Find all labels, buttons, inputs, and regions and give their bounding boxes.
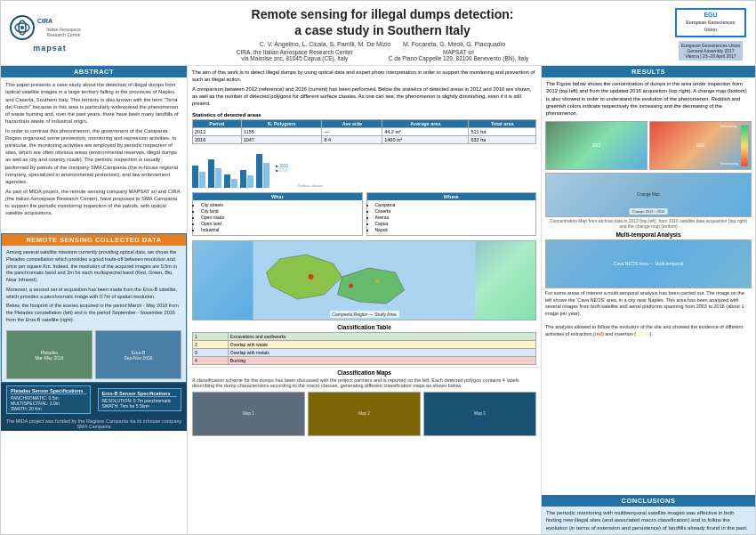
table-row: 2 Overlap with waste	[193, 340, 536, 348]
multi-temporal-image: Cava NEOS Area — Multi-temporal	[545, 239, 752, 288]
chart-legend: ■ 2012 ■ 2016	[276, 164, 288, 173]
conference-badge: European Geosciences UnionGeneral Assemb…	[679, 41, 743, 61]
authors-right: M. Focareta, G. Meoli, G. Piacquadio	[403, 41, 505, 47]
pleiades-specs: Pleiades Sensor Specifications PANCHROMA…	[6, 385, 91, 414]
col-aveside: Ave side	[322, 119, 382, 127]
class-table-title: Classification Table	[192, 324, 536, 330]
pleiades-label: PleiadesMar-May 2016	[35, 350, 63, 361]
classification-table: 1 Excavations and earthworks 2 Overlap w…	[192, 332, 536, 365]
col-totalarea: Total area	[469, 119, 536, 127]
aim-text1: The aim of this work is to detect illega…	[192, 69, 536, 83]
bar-group-1	[192, 166, 205, 188]
results-header: RESULTS	[542, 66, 755, 77]
chart-axis-label: Surface classes	[298, 183, 323, 188]
change-map-label: Change 2012→2016	[630, 208, 668, 215]
svg-point-7	[349, 283, 353, 288]
left-column: ABSTRACT This paper presents a case stud…	[1, 66, 188, 534]
conc-map-caption: Concentration Map from archive data in 2…	[545, 218, 752, 229]
erosb-specs: Eros-B Sensor Specifications RESOLUTION:…	[98, 388, 182, 411]
aim-text2: A comparison between 2012 (reference) an…	[192, 85, 536, 107]
erosb-label: Eros-BSep-Nov 2016	[125, 350, 153, 361]
rs-text3: Below, the footprint of the scenes acqui…	[6, 303, 181, 323]
scale-labels: Increasing Decreasing	[720, 125, 738, 166]
bar-chart: ■ 2012 ■ 2016 Surface classes	[188, 147, 541, 190]
cira-circle-icon	[10, 15, 35, 40]
cira-logo: CIRA Italian Aerospace Research Centre	[10, 15, 90, 40]
what-header: What	[193, 193, 362, 200]
erosb-specs-title: Eros-B Sensor Specifications	[102, 391, 178, 397]
region-map: Campania Region — Study Area	[192, 240, 536, 320]
class-map-1: Map 1	[192, 392, 305, 436]
abstract-header: ABSTRACT	[1, 66, 187, 77]
abstract-body: This paper presents a case study about t…	[1, 77, 187, 233]
class-maps-title: Classification Maps	[188, 368, 541, 377]
col-polygons: N. Polygons	[241, 119, 322, 127]
class-maps-desc: A classification scheme for the dumps ha…	[188, 377, 541, 390]
pleiades-image: PleiadesMar-May 2016	[6, 330, 92, 379]
svg-point-8	[376, 280, 380, 283]
table-row: 4 Burning	[193, 356, 536, 364]
remote-sensing-section: REMOTE SENSING COLLECTED DATA Among seve…	[1, 233, 187, 383]
map-label: Campania Region — Study Area	[329, 311, 398, 318]
rs-text1: Among several satellite missions current…	[6, 249, 181, 283]
cira-subtext: Italian Aerospace Research Centre	[37, 27, 90, 37]
svg-point-6	[309, 274, 314, 280]
right-column: RESULTS The Figure below shows the conce…	[542, 66, 755, 534]
mapsat-logo-text: mapsat	[33, 44, 67, 53]
middle-column: The aim of this work is to detect illega…	[188, 66, 542, 534]
table-row: 2012 1155 — 44.2 m² 511 ha	[193, 127, 536, 135]
remote-sensing-body: Among several satellite missions current…	[2, 246, 186, 328]
bar	[208, 159, 214, 188]
affil-left: CIRA, the Italian Aerospace Research Cen…	[237, 49, 353, 61]
conclusions-body: The periodic monitoring with multitempor…	[542, 507, 755, 534]
poster-title-block: Remote sensing for illegal dumps detecti…	[90, 6, 675, 61]
title-line1: Remote sensing for illegal dumps detecti…	[252, 7, 514, 21]
conc-map-2012: 2012	[545, 121, 647, 170]
funding-text: The MIDA project was funded by the Regio…	[1, 417, 187, 431]
table-row: 3 Overlap with metals	[193, 348, 536, 356]
multi-temporal-section: Multi-temporal Analysis Cava NEOS Area —…	[542, 230, 755, 340]
bar	[224, 174, 230, 188]
bar	[199, 172, 205, 188]
pleiades-spec-swath: SWATH: 20 Km	[11, 406, 86, 411]
class-table-section: Classification Table 1 Excavations and e…	[188, 322, 541, 367]
what-where-section: What City streets City land Open roads O…	[188, 190, 541, 239]
where-box: Where Campania Caserta Aversa Capua Napo…	[366, 192, 537, 236]
svg-point-2	[20, 26, 24, 29]
poster: CIRA Italian Aerospace Research Centre m…	[0, 0, 756, 535]
col-avgarea: Average area	[382, 119, 469, 127]
bar-group-3	[224, 174, 237, 188]
bar	[231, 179, 237, 188]
bar	[192, 166, 198, 188]
stats-table: Period N. Polygons Ave side Average area…	[192, 119, 536, 144]
class-maps-images: Map 1 Map 2 Map 3	[188, 390, 541, 438]
bar-group-4	[240, 170, 253, 188]
change-map: Change Map Change 2012→2016	[545, 173, 752, 217]
what-body: City streets City land Open roads Open l…	[193, 200, 362, 235]
poster-title: Remote sensing for illegal dumps detecti…	[99, 6, 666, 38]
abstract-text3: As part of MIDA project, the remote sens…	[5, 188, 182, 216]
erosb-spec-swath: SWATH: 7km for 5.5km²	[102, 403, 178, 409]
where-list: Campania Caserta Aversa Capua Napoli	[370, 202, 534, 233]
aim-text-block: The aim of this work is to detect illega…	[188, 66, 541, 109]
authors-row: C. V. Angelino, L. Cicala, S. Parrilli, …	[99, 41, 666, 47]
results-desc: The Figure below shows the concentration…	[542, 77, 755, 119]
map-section: Campania Region — Study Area	[188, 239, 541, 322]
abstract-text2: In order to contrast this phenomenon, th…	[5, 127, 182, 185]
conclusions-header: CONCLUSIONS	[542, 495, 755, 507]
title-line2: a case study in Southern Italy	[294, 23, 470, 37]
bar	[256, 154, 262, 188]
conc-map-2016: 2016 Increasing Decreasing	[649, 121, 752, 170]
stats-title: Statistics of detected areas	[192, 112, 536, 118]
rs-text2: Moreover, a second set of acquisition ha…	[6, 287, 181, 300]
where-header: Where	[367, 193, 536, 200]
bar	[263, 163, 269, 188]
affiliations-row: CIRA, the Italian Aerospace Research Cen…	[99, 49, 666, 61]
stats-section: Statistics of detected areas Period N. P…	[188, 109, 541, 147]
abstract-text: This paper presents a case study about t…	[5, 81, 182, 125]
what-box: What City streets City land Open roads O…	[192, 192, 363, 236]
change-map-area: Change Map Change 2012→2016 Concentratio…	[542, 172, 755, 230]
egu-logo: EGU European Geosciences Union	[675, 8, 746, 37]
bar	[247, 175, 253, 188]
bar	[240, 170, 246, 188]
